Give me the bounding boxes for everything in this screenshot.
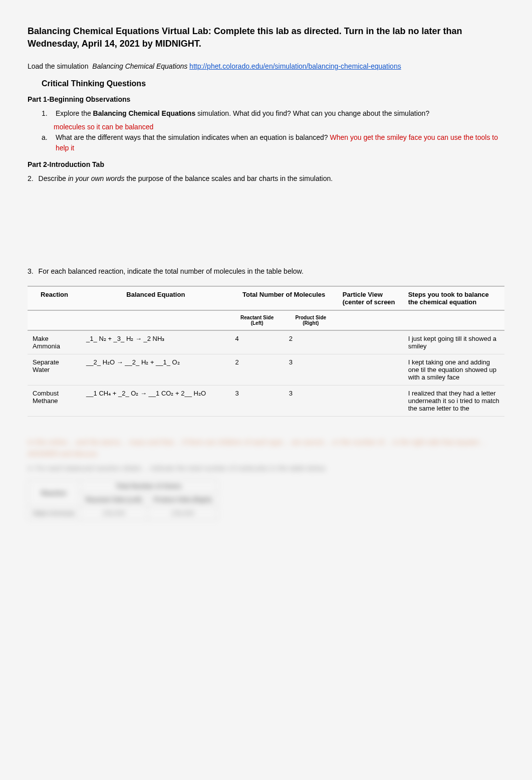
question-3: 3. For each balanced reaction, indicate … <box>28 266 504 277</box>
critical-thinking-heading: Critical Thinking Questions <box>42 79 504 88</box>
question-2: 2. Describe in your own words the purpos… <box>28 173 504 184</box>
th-blank-2 <box>81 310 230 330</box>
lab-title: Balancing Chemical Equations Virtual Lab… <box>28 25 504 50</box>
cell-particle <box>338 330 403 354</box>
cell-steps: I realized that they had a letter undern… <box>403 385 504 417</box>
cell-reaction: Make Ammonia <box>28 330 81 354</box>
blur-th-reactant: Reactant Side (Left) <box>80 493 148 507</box>
cell-equation: __2_ H₂O → __2_ H₂ + __1_ O₂ <box>81 354 230 385</box>
q1-bold: Balancing Chemical Equations <box>93 109 196 117</box>
cell-particle <box>338 354 403 385</box>
q3-text: For each balanced reaction, indicate the… <box>39 267 304 275</box>
cell-reaction: Combust Methane <box>28 385 81 417</box>
th-particle: Particle View (center of screen <box>338 286 403 310</box>
part2-heading: Part 2-Introduction Tab <box>28 160 504 168</box>
th-blank-4 <box>403 310 504 330</box>
blur-cell: Make Ammonia <box>28 507 80 520</box>
part1-heading: Part 1-Beginning Observations <box>28 95 504 103</box>
th-blank-1 <box>28 310 81 330</box>
question-1a: a. What are the different ways that the … <box>42 132 504 153</box>
q2-number: 2. <box>28 174 37 182</box>
cell-particle <box>338 385 403 417</box>
q2-post: the purpose of the balance scales and ba… <box>126 174 333 182</box>
q1-text-post: simulation. What did you find? What can … <box>197 109 429 117</box>
simulation-name: Balancing Chemical Equations <box>92 62 189 70</box>
q1-text-pre: Explore the <box>56 109 93 117</box>
molecules-table: Reaction Balanced Equation Total Number … <box>28 286 504 417</box>
qa-number: a. <box>42 132 54 143</box>
th-blank-3 <box>338 310 403 330</box>
blur-th-reaction: Reaction <box>28 480 80 507</box>
cell-reactant: 2 <box>230 354 284 385</box>
cell-steps: I kept taking one and adding one til the… <box>403 354 504 385</box>
th-equation: Balanced Equation <box>81 286 230 310</box>
blur-line-1: In this online… and the atoms… mass and … <box>28 437 504 459</box>
q2-pre: Describe <box>39 174 68 182</box>
cell-equation: __1 CH₄ + _2_ O₂ → __1 CO₂ + 2__ H₂O <box>81 385 230 417</box>
th-reaction: Reaction <box>28 286 81 310</box>
table-row: Separate Water __2_ H₂O → __2_ H₂ + __1_… <box>28 354 504 385</box>
th-product: Product Side (Right) <box>284 310 338 330</box>
simulation-link[interactable]: http://phet.colorado.edu/en/simulation/b… <box>189 62 401 70</box>
cell-product: 3 <box>284 354 338 385</box>
th-total: Total Number of Molecules <box>230 286 338 310</box>
load-label: Load the simulation <box>28 62 92 70</box>
blur-cell: 2 N, 6 H <box>148 507 218 520</box>
load-simulation-line: Load the simulation Balancing Chemical E… <box>28 62 504 70</box>
cell-equation: _1_ N₂ + _3_ H₂ → _2 NH₃ <box>81 330 230 354</box>
th-reactant: Reactant Side (Left) <box>230 310 284 330</box>
table-row: Make Ammonia _1_ N₂ + _3_ H₂ → _2 NH₃ 4 … <box>28 330 504 354</box>
question-1: 1. Explore the Balancing Chemical Equati… <box>42 108 504 119</box>
q3-number: 3. <box>28 267 37 275</box>
answer-blank-area <box>28 184 504 264</box>
blur-line-2: 4. For each balanced reaction obtain… in… <box>28 464 504 472</box>
qa-text: What are the different ways that the sim… <box>56 133 330 141</box>
q1-number: 1. <box>42 108 54 119</box>
q1-answer: molecules so it can be balanced <box>54 123 153 131</box>
q2-italic: in your own words <box>68 174 125 182</box>
cell-product: 2 <box>284 330 338 354</box>
blurred-preview: In this online… and the atoms… mass and … <box>28 437 504 520</box>
blur-th-total: Total Number of Atoms <box>80 480 217 493</box>
cell-reactant: 3 <box>230 385 284 417</box>
cell-reaction: Separate Water <box>28 354 81 385</box>
cell-reactant: 4 <box>230 330 284 354</box>
blur-table: Reaction Total Number of Atoms Reactant … <box>28 479 218 520</box>
cell-product: 3 <box>284 385 338 417</box>
th-steps: Steps you took to balance the chemical e… <box>403 286 504 310</box>
blur-cell: 2 N, 6 H <box>80 507 148 520</box>
table-row: Combust Methane __1 CH₄ + _2_ O₂ → __1 C… <box>28 385 504 417</box>
blur-th-product: Product Side (Right) <box>148 493 218 507</box>
cell-steps: I just kept going till it showed a smile… <box>403 330 504 354</box>
